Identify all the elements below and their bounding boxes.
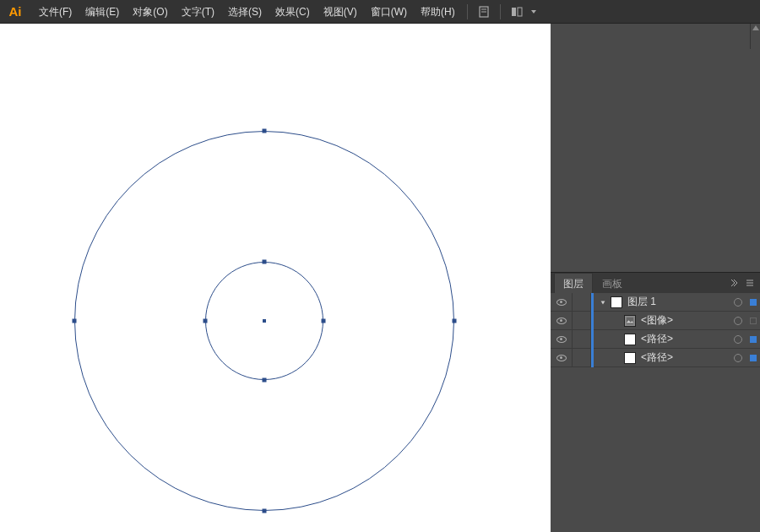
- panel-tab-bar: 图层 画板: [551, 273, 760, 293]
- lock-toggle[interactable]: [573, 293, 591, 312]
- menu-help[interactable]: 帮助(H): [414, 0, 462, 24]
- panel-menu-icon[interactable]: [743, 276, 757, 290]
- layer-name: <图像>: [639, 313, 673, 328]
- tab-artboards[interactable]: 画板: [593, 273, 632, 293]
- anchor-handle[interactable]: [204, 319, 208, 323]
- lock-toggle[interactable]: [573, 312, 591, 330]
- selection-indicator[interactable]: [746, 293, 760, 312]
- anchor-handle[interactable]: [263, 378, 267, 383]
- target-button[interactable]: [730, 330, 746, 349]
- separator: [500, 4, 501, 19]
- layer-list: 图层 1 <图像>: [551, 293, 760, 367]
- layer-name: <路径>: [639, 332, 673, 346]
- image-thumbnail-icon: [624, 315, 636, 327]
- layer-name: <路径>: [639, 350, 673, 365]
- anchor-handle[interactable]: [322, 319, 326, 323]
- target-button[interactable]: [730, 349, 746, 367]
- layer-thumbnail: [611, 296, 622, 308]
- layer-row[interactable]: 图层 1: [551, 293, 760, 312]
- selection-indicator[interactable]: [746, 312, 760, 330]
- layer-row[interactable]: <路径>: [551, 349, 760, 367]
- layer-color-strip: [591, 293, 594, 312]
- visibility-toggle[interactable]: [551, 293, 573, 312]
- lock-toggle[interactable]: [573, 349, 591, 367]
- selection-indicator[interactable]: [746, 330, 760, 349]
- layers-panel: 图层 画板: [551, 272, 760, 532]
- path-thumbnail: [624, 334, 636, 345]
- visibility-toggle[interactable]: [551, 349, 573, 367]
- layer-row[interactable]: <图像>: [551, 312, 760, 330]
- panel-dock-empty: [551, 24, 760, 272]
- center-point: [263, 319, 266, 323]
- anchor-handle[interactable]: [73, 319, 77, 323]
- layer-color-strip: [591, 312, 594, 330]
- eye-icon: [556, 355, 567, 361]
- menu-select[interactable]: 选择(S): [221, 0, 269, 24]
- lock-toggle[interactable]: [573, 330, 591, 349]
- target-button[interactable]: [730, 312, 746, 330]
- anchor-handle[interactable]: [453, 319, 457, 323]
- visibility-toggle[interactable]: [551, 330, 573, 349]
- selection-indicator[interactable]: [746, 349, 760, 367]
- svg-rect-3: [512, 8, 516, 16]
- path-thumbnail: [624, 352, 636, 364]
- arrange-documents-icon[interactable]: [508, 3, 526, 21]
- disclosure-triangle-icon[interactable]: [599, 298, 607, 307]
- document-setup-icon[interactable]: [475, 3, 493, 21]
- collapse-icon[interactable]: [726, 276, 740, 290]
- target-button[interactable]: [730, 293, 746, 312]
- anchor-handle[interactable]: [263, 509, 267, 513]
- canvas[interactable]: [0, 24, 551, 532]
- app-logo-icon: Ai: [3, 3, 27, 21]
- eye-icon: [556, 318, 567, 324]
- anchor-handle[interactable]: [263, 129, 267, 133]
- menu-file[interactable]: 文件(F): [32, 0, 79, 24]
- right-panel: 图层 画板: [551, 24, 760, 532]
- layer-color-strip: [591, 349, 594, 367]
- dropdown-arrow-icon[interactable]: [529, 3, 538, 21]
- visibility-toggle[interactable]: [551, 312, 573, 330]
- menu-effect[interactable]: 效果(C): [269, 0, 317, 24]
- menu-edit[interactable]: 编辑(E): [79, 0, 126, 24]
- menubar: Ai 文件(F) 编辑(E) 对象(O) 文字(T) 选择(S) 效果(C) 视…: [0, 0, 760, 24]
- eye-icon: [556, 336, 567, 343]
- menu-object[interactable]: 对象(O): [126, 0, 174, 24]
- menu-view[interactable]: 视图(V): [317, 0, 364, 24]
- layer-color-strip: [591, 330, 594, 349]
- tab-layers[interactable]: 图层: [554, 273, 593, 293]
- layer-row[interactable]: <路径>: [551, 330, 760, 349]
- svg-rect-8: [627, 317, 633, 323]
- menu-window[interactable]: 窗口(W): [364, 0, 414, 24]
- svg-rect-4: [518, 8, 522, 16]
- menu-type[interactable]: 文字(T): [175, 0, 221, 24]
- main-area: 图层 画板: [0, 24, 760, 532]
- layer-name: 图层 1: [626, 295, 656, 309]
- anchor-handle[interactable]: [263, 260, 267, 264]
- separator: [467, 4, 468, 19]
- scrollbar-up-icon[interactable]: [750, 24, 760, 49]
- eye-icon: [556, 299, 567, 306]
